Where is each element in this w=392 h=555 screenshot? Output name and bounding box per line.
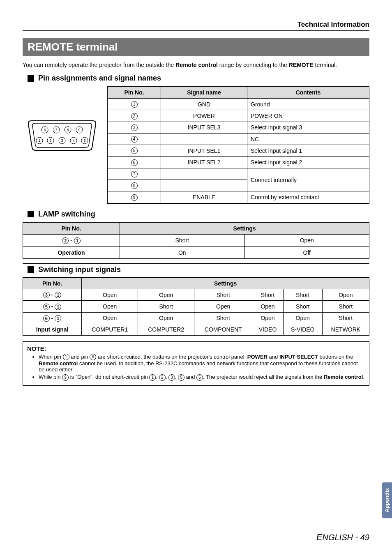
pin-number-icon: 1: [74, 237, 81, 244]
cell-value: Open: [82, 312, 138, 324]
cell-signal: INPUT SEL1: [161, 145, 247, 157]
note-bold: Remote control: [324, 374, 363, 380]
pin-number-icon: 5: [43, 304, 50, 310]
svg-text:4: 4: [72, 138, 74, 143]
table-row: 2POWERPOWER ON: [108, 110, 369, 122]
note-text: buttons on the: [318, 354, 353, 360]
note-text: When pin: [39, 354, 63, 360]
note-item: While pin 9 is "Open", do not short-circ…: [39, 374, 365, 381]
cell-signal: POWER: [161, 110, 247, 122]
cell-value: Short: [283, 289, 322, 300]
cell-value: COMPUTER2: [138, 324, 194, 335]
cell-pin-pair: 3 - 1: [23, 289, 82, 300]
cell-value: VIDEO: [252, 324, 284, 335]
cell-value: Open: [244, 234, 369, 246]
cell-value: NETWORK: [322, 324, 369, 335]
note-text: and: [267, 354, 279, 360]
note-text: and: [184, 374, 196, 380]
note-text: are short-circuited, the buttons on the …: [96, 354, 247, 360]
pin-number-icon: 1: [131, 101, 138, 108]
svg-text:9: 9: [78, 128, 80, 132]
cell-value: Short: [322, 312, 369, 324]
note-bold: POWER: [247, 354, 267, 360]
subheading-text: Switching input signals: [38, 265, 121, 274]
pin-number-icon: 4: [131, 136, 138, 143]
subheading-pin-assignments: Pin assignments and signal names: [23, 74, 369, 83]
pin-number-icon: 1: [55, 315, 61, 322]
db9-connector-icon: 6 7 8 9 1 2 3 4 5: [27, 119, 97, 152]
cell-pin-pair: 5 - 1: [23, 301, 82, 312]
note-bold: Remote control: [39, 360, 78, 366]
pin-number-icon: 3: [168, 374, 175, 381]
pin-number-icon: 6: [131, 159, 138, 166]
section-title: REMOTE terminal: [23, 38, 369, 56]
cell-signal: INPUT SEL3: [161, 122, 247, 133]
pin-layout: 6 7 8 9 1 2 3 4 5 Pin No. Signal name Co…: [23, 86, 369, 204]
cell-contents: Select input signal 2: [247, 157, 369, 168]
intro-text: You can remotely operate the projector f…: [23, 62, 369, 68]
cell-value: Short: [138, 301, 194, 312]
table-row: 4NC: [108, 133, 369, 145]
dash: -: [69, 237, 74, 244]
cell-input-signal-label: Input signal: [23, 324, 82, 335]
cell-contents: Select input signal 3: [247, 122, 369, 133]
cell-value: Short: [322, 301, 369, 312]
svg-text:5: 5: [83, 138, 85, 143]
pin-number-icon: 1: [63, 354, 69, 360]
cell-value: Short: [194, 312, 252, 324]
pin-number-icon: 1: [149, 374, 156, 381]
pin-number-icon: 9: [131, 194, 138, 201]
side-tab-appendix: Appendix: [382, 482, 392, 518]
cell-signal: [161, 133, 247, 145]
th-contents: Contents: [247, 86, 369, 99]
table-row: 1GNDGround: [108, 99, 369, 110]
cell-pin-pair: 6 - 1: [23, 312, 82, 324]
cell-value: S-VIDEO: [283, 324, 322, 335]
pin-number-icon: 3: [131, 124, 138, 131]
page-footer: ENGLISH - 49: [23, 532, 369, 543]
subheading-text: Pin assignments and signal names: [38, 74, 161, 83]
note-text: . The projector would reject all the sig…: [203, 374, 324, 380]
square-bullet-icon: [28, 75, 34, 82]
pin-number-icon: 2: [62, 237, 69, 244]
pin-number-icon: 7: [131, 171, 138, 177]
cell-value: Open: [138, 312, 194, 324]
cell-value: Short: [120, 234, 244, 246]
cell-value: Short: [194, 289, 252, 300]
cell-value: Short: [252, 289, 284, 300]
pin-number-icon: 5: [131, 147, 138, 154]
pin-assignment-table: Pin No. Signal name Contents 1GNDGround …: [107, 86, 369, 204]
cell-value: Open: [322, 289, 369, 300]
cell-value: Open: [82, 301, 138, 312]
intro-part: terminal.: [314, 62, 337, 68]
header-title: Technical Information: [23, 21, 369, 31]
intro-part: range by connecting to the: [218, 62, 289, 68]
svg-text:3: 3: [61, 138, 63, 143]
note-item: When pin 1 and pin 9 are short-circuited…: [39, 354, 365, 373]
note-title: NOTE:: [27, 345, 365, 352]
subheading-text: LAMP switching: [38, 210, 95, 219]
pin-number-icon: 6: [43, 315, 50, 322]
svg-text:6: 6: [44, 128, 46, 132]
cell-contents: Control by external contact: [247, 191, 369, 203]
pin-number-icon: 1: [55, 304, 61, 310]
page-num-value: 49: [360, 533, 369, 542]
page-sep: -: [353, 533, 360, 542]
svg-text:1: 1: [38, 138, 40, 143]
lang-first-letter: E: [316, 532, 323, 542]
table-row: 3 - 1 Open Open Short Short Short Open: [23, 289, 369, 300]
pin-number-icon: 2: [131, 113, 138, 120]
svg-text:8: 8: [67, 128, 69, 132]
th-settings: Settings: [120, 222, 369, 235]
table-row: 5INPUT SEL1Select input signal 1: [108, 145, 369, 157]
note-text: is "Open", do not short-circuit pin: [69, 374, 149, 380]
table-row: Operation On Off: [23, 246, 369, 259]
table-row: 3INPUT SEL3Select input signal 3: [108, 122, 369, 133]
lang-rest: NGLISH: [323, 533, 353, 542]
cell-contents: Connect internally: [247, 168, 369, 191]
table-row: 7Connect internally: [108, 168, 369, 180]
table-row: 2 - 1 Short Open: [23, 234, 369, 246]
cell-value: Off: [244, 246, 369, 259]
table-row: 9ENABLEControl by external contact: [108, 191, 369, 203]
svg-text:7: 7: [55, 128, 57, 132]
